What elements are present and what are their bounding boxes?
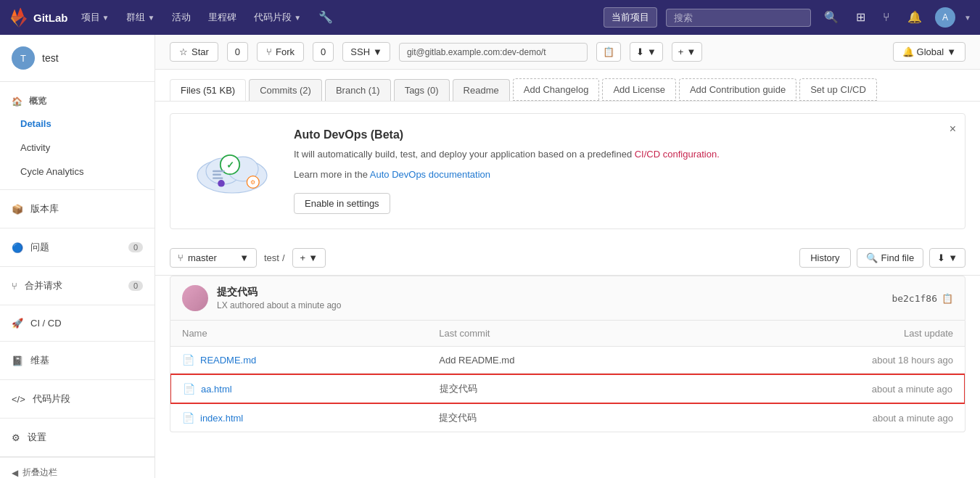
merge-section: ⑂ 合并请求 0 bbox=[0, 267, 155, 305]
sidebar-item-repository[interactable]: 📦 版本库 bbox=[0, 196, 155, 222]
branch-name: master bbox=[188, 252, 217, 263]
sidebar-item-snippets[interactable]: </> 代码片段 bbox=[0, 386, 155, 412]
tab-commits-label: Commits (2) bbox=[260, 85, 311, 96]
path-separator: / bbox=[282, 252, 285, 263]
enable-settings-button[interactable]: Enable in settings bbox=[294, 193, 390, 214]
sidebar-item-settings[interactable]: ⚙ 设置 bbox=[0, 424, 155, 450]
global-button[interactable]: 🔔 Global ▼ bbox=[893, 42, 965, 62]
copy-url-button[interactable]: 📋 bbox=[596, 42, 621, 62]
svg-rect-7 bbox=[213, 170, 225, 172]
snippets-label: 代码片段 bbox=[33, 392, 70, 405]
ssh-label: SSH bbox=[350, 46, 370, 57]
plus-button[interactable]: + ▼ bbox=[672, 42, 702, 62]
user-avatar[interactable]: A bbox=[935, 7, 955, 28]
file-toolbar: ⑂ master ▼ test / + ▼ History 🔍 Find fil… bbox=[155, 241, 980, 276]
tab-readme[interactable]: Readme bbox=[453, 79, 510, 101]
merge-icon[interactable]: ⑂ bbox=[878, 7, 894, 28]
download-files-chevron-icon: ▼ bbox=[948, 252, 958, 263]
download-repo-button[interactable]: ⬇ ▼ bbox=[630, 42, 663, 62]
sidebar-item-merge[interactable]: ⑂ 合并请求 0 bbox=[0, 273, 155, 299]
merge-badge: 0 bbox=[128, 281, 143, 291]
tab-tags[interactable]: Tags (0) bbox=[394, 79, 450, 101]
tab-files[interactable]: Files (51 KB) bbox=[170, 79, 246, 101]
sidebar-item-activity[interactable]: Activity bbox=[0, 136, 155, 160]
overview-heading[interactable]: 🏠 概览 bbox=[0, 88, 155, 112]
bell-icon: 🔔 bbox=[902, 46, 914, 57]
sidebar-user: T test bbox=[0, 35, 155, 82]
nav-activity[interactable]: 活动 bbox=[168, 8, 195, 27]
star-button[interactable]: ☆ Star bbox=[170, 42, 218, 62]
global-label: Global bbox=[917, 46, 944, 57]
col-name-header: Name bbox=[182, 328, 439, 339]
devops-highlight: CI/CD configuration. bbox=[635, 149, 720, 160]
tab-add-license[interactable]: Add License bbox=[602, 78, 676, 101]
tab-add-changelog[interactable]: Add Changelog bbox=[513, 78, 600, 101]
current-project-btn[interactable]: 当前项目 bbox=[604, 7, 657, 28]
notification-icon[interactable]: 🔔 bbox=[903, 7, 926, 28]
find-file-button[interactable]: 🔍 Find file bbox=[857, 248, 924, 268]
layout-icon[interactable]: ⊞ bbox=[852, 7, 870, 28]
gitlab-logo[interactable]: GitLab bbox=[9, 7, 68, 28]
search-icon[interactable]: 🔍 bbox=[820, 7, 843, 28]
sidebar-username: test bbox=[42, 52, 59, 64]
table-row: 📄 aa.html 提交代码 about a minute ago bbox=[170, 374, 965, 404]
star-icon: ☆ bbox=[179, 46, 188, 57]
file-commit-index: 提交代码 bbox=[439, 411, 696, 424]
commit-author: LX authored about a minute ago bbox=[217, 300, 883, 310]
sidebar-item-cycle-analytics[interactable]: Cycle Analytics bbox=[0, 160, 155, 184]
branch-select[interactable]: ⑂ master ▼ bbox=[170, 248, 257, 268]
tab-branch[interactable]: Branch (1) bbox=[325, 79, 391, 101]
download-chevron-icon: ▼ bbox=[647, 46, 656, 57]
wrench-icon[interactable]: 🔧 bbox=[314, 7, 337, 28]
star-count[interactable]: 0 bbox=[227, 42, 248, 62]
close-banner-button[interactable]: × bbox=[950, 123, 956, 136]
file-name-readme[interactable]: 📄 README.md bbox=[182, 354, 439, 366]
nav-milestones[interactable]: 里程碑 bbox=[204, 8, 241, 27]
sidebar-item-wiki[interactable]: 📓 维基 bbox=[0, 347, 155, 374]
issues-badge: 0 bbox=[128, 242, 143, 252]
collapse-sidebar-btn[interactable]: ◀ 折叠边栏 bbox=[0, 457, 155, 478]
add-icon: + bbox=[300, 252, 306, 263]
nav-projects[interactable]: 项目▼ bbox=[77, 8, 114, 27]
add-path-button[interactable]: + ▼ bbox=[292, 248, 326, 268]
global-chevron-icon: ▼ bbox=[947, 46, 956, 57]
nav-snippets[interactable]: 代码片段▼ bbox=[250, 8, 305, 27]
ssh-dropdown[interactable]: SSH ▼ bbox=[342, 42, 390, 62]
tab-commits[interactable]: Commits (2) bbox=[249, 79, 322, 101]
devops-banner: ✓ ⚙ Auto DevOps (Beta) It will automatic… bbox=[170, 113, 965, 229]
file-time-index: about a minute ago bbox=[696, 413, 953, 424]
ssh-chevron-icon: ▼ bbox=[373, 46, 382, 57]
devops-learn-prefix: Learn more in the bbox=[294, 169, 370, 180]
nav-groups[interactable]: 群组▼ bbox=[122, 8, 159, 27]
sidebar-item-details[interactable]: Details bbox=[0, 112, 155, 136]
avatar-chevron: ▼ bbox=[964, 14, 971, 22]
sidebar-item-issues[interactable]: 🔵 问题 0 bbox=[0, 234, 155, 260]
svg-point-10 bbox=[218, 180, 225, 187]
devops-docs-link[interactable]: Auto DevOps documentation bbox=[370, 169, 490, 180]
tab-add-contribution[interactable]: Add Contribution guide bbox=[679, 78, 796, 101]
file-icon: 📄 bbox=[182, 354, 194, 366]
download-icon: ⬇ bbox=[636, 46, 644, 57]
wiki-icon: 📓 bbox=[12, 355, 23, 366]
file-name-aa[interactable]: 📄 aa.html bbox=[183, 383, 440, 395]
commit-hash-text[interactable]: be2c1f86 bbox=[892, 293, 937, 304]
search-input[interactable] bbox=[666, 9, 811, 27]
copy-hash-icon[interactable]: 📋 bbox=[942, 293, 953, 304]
download-files-button[interactable]: ⬇ ▼ bbox=[929, 248, 965, 268]
history-button[interactable]: History bbox=[799, 248, 850, 268]
tab-tags-label: Tags (0) bbox=[405, 85, 439, 96]
sidebar-item-cicd[interactable]: 🚀 CI / CD bbox=[0, 311, 155, 335]
devops-title: Auto DevOps (Beta) bbox=[294, 128, 950, 141]
fork-count[interactable]: 0 bbox=[313, 42, 334, 62]
tab-setup-cicd[interactable]: Set up CI/CD bbox=[799, 78, 877, 101]
overview-section: 🏠 概览 Details Activity Cycle Analytics bbox=[0, 82, 155, 190]
gitlab-text: GitLab bbox=[33, 12, 68, 24]
clone-url-input[interactable] bbox=[399, 43, 588, 62]
collapse-icon: ◀ bbox=[12, 468, 18, 478]
file-name-index[interactable]: 📄 index.html bbox=[182, 412, 439, 424]
cycle-analytics-label: Cycle Analytics bbox=[20, 166, 83, 177]
find-file-label: Find file bbox=[881, 252, 915, 263]
fork-button[interactable]: ⑂ Fork bbox=[257, 42, 304, 62]
tab-add-contribution-label: Add Contribution guide bbox=[690, 84, 786, 95]
top-nav: GitLab 项目▼ 群组▼ 活动 里程碑 代码片段▼ 🔧 当前项目 🔍 ⊞ ⑂… bbox=[0, 0, 980, 35]
